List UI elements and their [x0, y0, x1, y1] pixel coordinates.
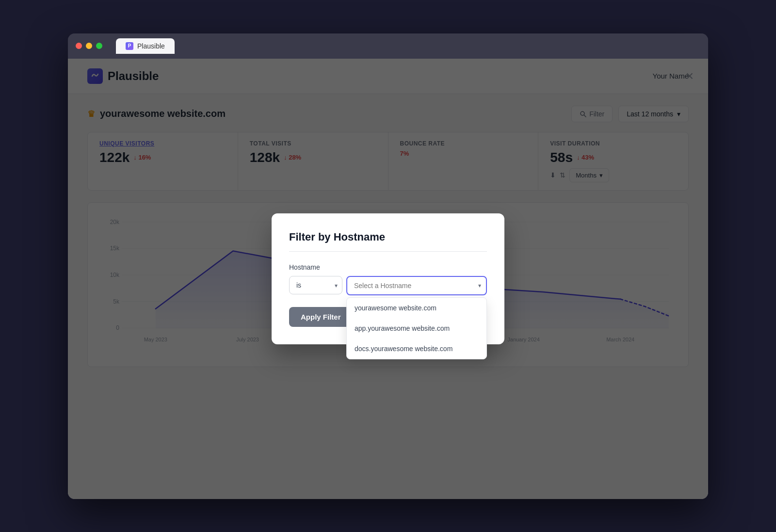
filter-modal: Filter by Hostname Hostname is is not ▾: [272, 213, 504, 344]
hostname-select-input[interactable]: [346, 276, 487, 295]
tab-title: Plausible: [137, 42, 165, 50]
traffic-light-yellow[interactable]: [86, 43, 92, 49]
traffic-lights: [76, 43, 102, 49]
tab-favicon: P: [126, 42, 133, 50]
condition-select[interactable]: is is not: [289, 276, 342, 294]
hostname-option-1[interactable]: yourawesome website.com: [347, 298, 486, 318]
modal-title: Filter by Hostname: [289, 231, 487, 243]
browser-content: Plausible Your Name × ♛ yourawesome webs…: [68, 59, 708, 499]
traffic-light-red[interactable]: [76, 43, 82, 49]
modal-overlay[interactable]: Filter by Hostname Hostname is is not ▾: [68, 59, 708, 499]
modal-inputs: is is not ▾ ▾ yourawesome website.com ap…: [289, 276, 487, 295]
hostname-select-wrapper: ▾ yourawesome website.com app.yourawesom…: [346, 276, 487, 295]
hostname-option-3[interactable]: docs.yourawesome website.com: [347, 339, 486, 359]
browser-window: P Plausible Plausible Your Name ×: [68, 33, 708, 499]
browser-tab[interactable]: P Plausible: [116, 38, 175, 54]
field-label: Hostname: [289, 263, 487, 271]
browser-titlebar: P Plausible: [68, 33, 708, 59]
hostname-dropdown: yourawesome website.com app.yourawesome …: [346, 297, 487, 359]
modal-divider: [289, 251, 487, 252]
apply-filter-button[interactable]: Apply Filter: [289, 307, 353, 327]
condition-select-wrapper: is is not ▾: [289, 276, 342, 295]
hostname-option-2[interactable]: app.yourawesome website.com: [347, 318, 486, 339]
traffic-light-green[interactable]: [96, 43, 102, 49]
